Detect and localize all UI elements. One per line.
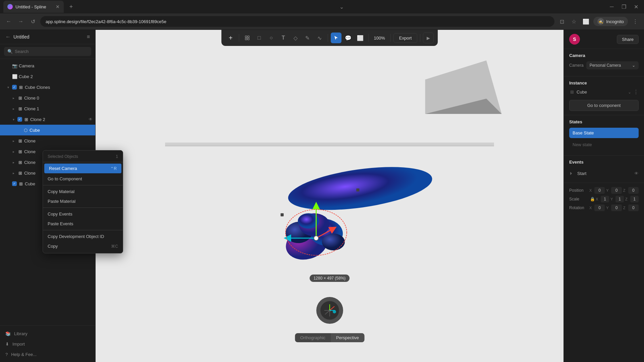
expand-camera-btn[interactable] bbox=[5, 63, 11, 68]
expand-cube2-btn[interactable] bbox=[5, 74, 11, 79]
tree-item-camera[interactable]: 📷 Camera bbox=[0, 60, 95, 71]
expand-clone2-btn[interactable]: ▾ bbox=[11, 117, 16, 122]
scale-x-val[interactable]: 1 bbox=[601, 196, 609, 202]
sidebar-menu-btn[interactable]: ≡ bbox=[87, 34, 90, 40]
active-tab[interactable]: Untitled - Spline ✕ bbox=[3, 1, 64, 13]
expand-clone1-btn[interactable]: ▸ bbox=[11, 106, 16, 111]
ctx-paste-events[interactable]: Paste Events bbox=[43, 219, 123, 229]
toolbar-divider-3 bbox=[368, 34, 369, 42]
help-btn[interactable]: ? Help & Fee... bbox=[0, 349, 95, 360]
search-input-wrapper[interactable]: 🔍 bbox=[4, 47, 91, 56]
tool-mesh-btn[interactable]: ◇ bbox=[290, 33, 301, 43]
address-bar[interactable]: app.spline.design/file/f2ec2a42-8f6a-4c5… bbox=[40, 16, 554, 27]
scale-lock-icon[interactable]: 🔒 bbox=[590, 197, 595, 201]
sidebar-header: ← Untitled ≡ bbox=[0, 30, 95, 44]
share-btn[interactable]: Share bbox=[617, 35, 639, 44]
instance-menu-btn[interactable]: ⋮ bbox=[633, 89, 639, 95]
ctx-reset-camera[interactable]: Reset Camera ⌃R bbox=[44, 164, 121, 173]
expand-cube-inner-btn[interactable] bbox=[16, 127, 21, 133]
tool-box-btn[interactable]: □ bbox=[254, 33, 265, 43]
tree-item-clone2[interactable]: ▾ ⊞ Clone 2 👁 bbox=[0, 114, 95, 125]
main-canvas[interactable]: + □ ○ T ◇ ✎ ∿ 💬 ⬜ 100% Export ▶ bbox=[96, 30, 564, 362]
rot-x-val[interactable]: 0 bbox=[594, 204, 605, 211]
expand-clone4-btn[interactable]: ▸ bbox=[11, 149, 16, 154]
ctx-paste-material[interactable]: Paste Material bbox=[43, 196, 123, 206]
scale-z-val[interactable]: 1 bbox=[630, 196, 639, 202]
play-btn[interactable]: ▶ bbox=[423, 33, 434, 43]
rot-y-val[interactable]: 0 bbox=[611, 204, 622, 211]
base-state-item[interactable]: Base State bbox=[569, 128, 639, 138]
ctx-copy-material[interactable]: Copy Material bbox=[43, 187, 123, 196]
refresh-btn[interactable]: ↺ bbox=[28, 17, 38, 26]
go-to-component-btn[interactable]: Go to component bbox=[569, 100, 639, 111]
bookmark-icon[interactable]: ☆ bbox=[569, 17, 579, 26]
clone1-icon: ⊞ bbox=[17, 106, 23, 111]
cube-component-checkbox[interactable] bbox=[12, 181, 17, 186]
camera-section: Camera Camera Personal Camera ⌄ bbox=[564, 49, 644, 76]
tree-item-cube-clones[interactable]: ▾ ⊞ Cube Clones bbox=[0, 82, 95, 93]
tab-overflow-btn[interactable]: ⌄ bbox=[337, 2, 346, 11]
right-panel: S Share Camera Camera Personal Camera ⌄ … bbox=[564, 30, 644, 362]
extension-icon[interactable]: ⬜ bbox=[581, 17, 591, 26]
tool-transform-btn[interactable] bbox=[242, 33, 253, 43]
expand-cube-component-btn[interactable] bbox=[5, 181, 11, 186]
clone2-checkbox[interactable] bbox=[17, 117, 22, 122]
expand-clone3-btn[interactable]: ▸ bbox=[11, 138, 16, 143]
maximize-btn[interactable]: ❐ bbox=[619, 2, 629, 11]
export-btn[interactable]: Export bbox=[393, 33, 418, 43]
tool-pointer-btn[interactable] bbox=[331, 33, 341, 43]
back-btn[interactable]: ← bbox=[4, 17, 13, 26]
clone2-visibility-icon[interactable]: 👁 bbox=[89, 117, 93, 122]
sidebar-project-title: Untitled bbox=[13, 34, 29, 40]
tree-item-cube2[interactable]: ⬜ Cube 2 bbox=[0, 71, 95, 82]
library-btn[interactable]: 📚 Library bbox=[0, 328, 95, 339]
tool-comment-btn[interactable]: 💬 bbox=[343, 33, 354, 43]
tab-close-btn[interactable]: ✕ bbox=[56, 4, 60, 9]
scale-label: Scale bbox=[569, 197, 589, 201]
tool-frame-btn[interactable]: ⬜ bbox=[355, 33, 366, 43]
ctx-copy[interactable]: Copy ⌘C bbox=[43, 241, 123, 251]
tree-item-cube-inner[interactable]: ⬡ Cube bbox=[0, 125, 95, 135]
cube-clones-checkbox[interactable] bbox=[12, 85, 17, 89]
forward-btn[interactable]: → bbox=[16, 17, 25, 26]
ctx-copy-dev-id[interactable]: Copy Development Object ID bbox=[43, 232, 123, 241]
pos-x-val[interactable]: 0 bbox=[594, 187, 605, 194]
expand-clones-btn[interactable]: ▾ bbox=[5, 84, 11, 90]
nav-actions: ⊡ ☆ ⬜ 🕵 Incognito ⋮ bbox=[557, 17, 640, 26]
ctx-copy-events[interactable]: Copy Events bbox=[43, 209, 123, 219]
clone3-icon: ⊞ bbox=[17, 138, 23, 143]
tool-pen-btn[interactable]: ✎ bbox=[302, 33, 313, 43]
tree-item-clone3[interactable]: ▸ ⊞ Clone bbox=[0, 135, 95, 146]
tool-text-btn[interactable]: T bbox=[278, 33, 289, 43]
expand-clone6-btn[interactable]: ▸ bbox=[11, 170, 16, 176]
add-object-btn[interactable]: + bbox=[225, 33, 236, 43]
menu-dots-icon[interactable]: ⋮ bbox=[631, 17, 640, 26]
svg-point-31 bbox=[333, 310, 336, 313]
cast-icon[interactable]: ⊡ bbox=[557, 17, 567, 26]
import-btn[interactable]: ⬇ Import bbox=[0, 339, 95, 349]
new-tab-btn[interactable]: + bbox=[66, 2, 76, 11]
canvas-compass[interactable] bbox=[316, 297, 343, 324]
new-state-item[interactable]: New state bbox=[569, 139, 639, 150]
search-input[interactable] bbox=[15, 49, 88, 54]
tree-item-clone1[interactable]: ▸ ⊞ Clone 1 bbox=[0, 103, 95, 114]
pos-y-val[interactable]: 0 bbox=[611, 187, 622, 194]
sidebar-back-btn[interactable]: ← bbox=[5, 34, 11, 40]
browser-nav: ← → ↺ app.spline.design/file/f2ec2a42-8f… bbox=[0, 13, 644, 29]
camera-select[interactable]: Personal Camera ⌄ bbox=[586, 61, 639, 69]
tab-favicon bbox=[7, 4, 13, 9]
scale-y-val[interactable]: 1 bbox=[615, 196, 624, 202]
rot-z-val[interactable]: 0 bbox=[628, 204, 639, 211]
expand-clone5-btn[interactable]: ▸ bbox=[11, 160, 16, 165]
tool-path-btn[interactable]: ∿ bbox=[314, 33, 325, 43]
browser-close-btn[interactable]: ✕ bbox=[631, 2, 641, 11]
tool-circle-btn[interactable]: ○ bbox=[266, 33, 277, 43]
perspective-btn[interactable]: Perspective bbox=[331, 333, 364, 342]
orthographic-btn[interactable]: Orthographic bbox=[295, 333, 331, 342]
minimize-btn[interactable]: ─ bbox=[607, 2, 616, 11]
canvas-background[interactable]: 1280 × 497 (58%) Orthographic bbox=[96, 30, 564, 362]
pos-z-val[interactable]: 0 bbox=[628, 187, 639, 194]
expand-clone0-btn[interactable]: ▸ bbox=[11, 95, 16, 101]
ctx-go-to-component[interactable]: Go to Component bbox=[43, 174, 123, 184]
tree-item-clone0[interactable]: ▸ ⊞ Clone 0 bbox=[0, 93, 95, 103]
